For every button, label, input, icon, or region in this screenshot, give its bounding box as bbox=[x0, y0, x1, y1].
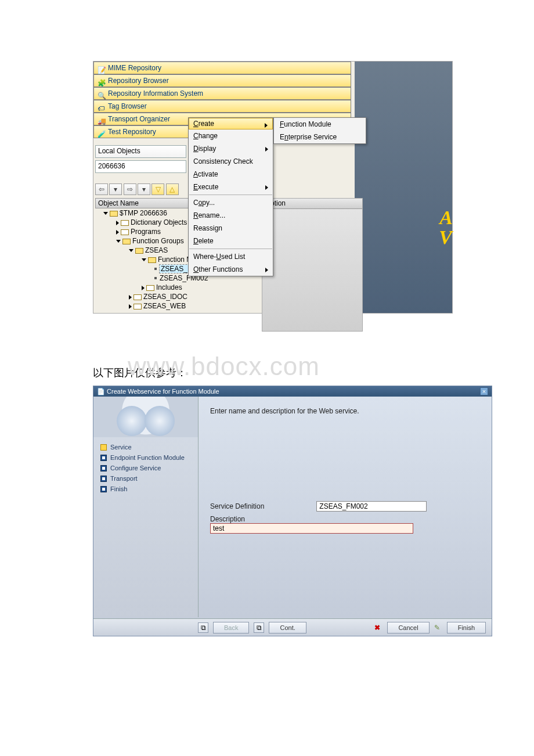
step-transport: Transport bbox=[97, 473, 194, 484]
wizard-title-text: Create Webservice for Function Module bbox=[107, 388, 219, 395]
tree-icon: 🧩 bbox=[98, 77, 106, 85]
input-service-definition[interactable]: ZSEAS_FM002 bbox=[316, 501, 427, 512]
cancel-button[interactable]: Cancel bbox=[387, 622, 429, 633]
close-icon[interactable]: × bbox=[480, 387, 488, 395]
truck-icon: 🚚 bbox=[98, 116, 106, 124]
step-service: Service bbox=[97, 442, 194, 452]
ctx-other-functions[interactable]: Other Functions bbox=[189, 263, 273, 276]
letter-a-decor: A bbox=[439, 207, 452, 229]
ctx-consistency[interactable]: Consistency Check bbox=[189, 155, 273, 168]
step-pending-icon bbox=[100, 486, 107, 492]
label-service-definition: Service Definition bbox=[210, 502, 315, 510]
step-active-icon bbox=[100, 444, 107, 451]
edit-icon: 📝 bbox=[98, 64, 106, 73]
step-finish: Finish bbox=[97, 484, 194, 494]
display-button[interactable]: ▽ bbox=[151, 183, 164, 195]
back-button[interactable]: Back bbox=[213, 622, 249, 633]
wizard-instruction: Enter name and description for the Web s… bbox=[210, 407, 480, 415]
ctx-activate[interactable]: Activate bbox=[189, 168, 273, 181]
prev-page-icon[interactable]: ⧉ bbox=[198, 622, 208, 633]
context-submenu-create: Function Module Enterprise Service bbox=[273, 117, 366, 144]
nav-tag-browser[interactable]: 🏷Tag Browser bbox=[93, 100, 351, 113]
fwd-button[interactable]: ⇨ bbox=[124, 183, 136, 195]
wizard-steps-panel: Service Endpoint Function Module Configu… bbox=[93, 397, 199, 617]
letter-v-decor: V bbox=[439, 226, 452, 249]
wizard-dialog: 📄 Create Webservice for Function Module … bbox=[93, 386, 492, 636]
sap-right-strip: A V bbox=[355, 62, 452, 313]
nav-mime-repository[interactable]: 📝MIME Repository bbox=[93, 62, 351, 74]
step-pending-icon bbox=[100, 455, 107, 461]
label-description: Description bbox=[210, 515, 315, 523]
tree-header-description: tription bbox=[262, 198, 363, 332]
ctx-rename[interactable]: Rename... bbox=[189, 209, 273, 222]
next-page-icon[interactable]: ⧉ bbox=[254, 622, 264, 633]
test-icon: 🧪 bbox=[98, 128, 106, 136]
ctx-create[interactable]: Create bbox=[189, 118, 273, 129]
back-hist-button[interactable]: ▾ bbox=[109, 183, 122, 195]
sub-enterprise-service[interactable]: Enterprise Service bbox=[274, 131, 366, 143]
cancel-icon: ✖ bbox=[374, 624, 383, 632]
ctx-execute[interactable]: Execute bbox=[189, 181, 273, 193]
nav-repository-info-system[interactable]: 🔍Repository Information System bbox=[93, 87, 351, 100]
step-pending-icon bbox=[100, 476, 107, 482]
nav-repository-browser[interactable]: 🧩Repository Browser bbox=[93, 74, 351, 87]
context-menu: Create Change Display Consistency Check … bbox=[188, 117, 273, 276]
ctx-change[interactable]: Change bbox=[189, 129, 273, 142]
object-type-dropdown[interactable]: Local Objects bbox=[95, 145, 186, 158]
object-name-input[interactable]: 2066636 bbox=[95, 160, 186, 173]
tag-icon: 🏷 bbox=[98, 103, 106, 111]
sub-function-module[interactable]: Function Module bbox=[274, 118, 366, 131]
caption: www.bdocx.com 以下图片仅供参考： bbox=[93, 366, 534, 380]
favorites-button[interactable]: △ bbox=[166, 183, 179, 195]
pencil-icon: ✎ bbox=[434, 624, 442, 632]
ctx-delete[interactable]: Delete bbox=[189, 235, 273, 247]
info-icon: 🔍 bbox=[98, 90, 106, 98]
input-description[interactable]: test bbox=[210, 523, 413, 534]
sap-repository-screenshot: A V 📝MIME Repository 🧩Repository Browser… bbox=[93, 61, 453, 314]
ctx-copy[interactable]: Copy... bbox=[189, 196, 273, 209]
ctx-display[interactable]: Display bbox=[189, 142, 273, 155]
step-endpoint: Endpoint Function Module bbox=[97, 452, 194, 463]
wizard-footer: ⧉ Back ⧉ Cont. ✖ Cancel ✎ Finish bbox=[93, 618, 492, 636]
ctx-reassign[interactable]: Reassign bbox=[189, 222, 273, 235]
fwd-hist-button[interactable]: ▾ bbox=[138, 183, 150, 195]
step-pending-icon bbox=[100, 465, 107, 471]
toolbar: ⇦ ▾ ⇨ ▾ ▽ △ bbox=[95, 183, 178, 195]
wizard-titlebar: 📄 Create Webservice for Function Module … bbox=[93, 386, 492, 397]
step-configure: Configure Service bbox=[97, 463, 194, 473]
wizard-content: Enter name and description for the Web s… bbox=[199, 397, 492, 617]
back-button[interactable]: ⇦ bbox=[95, 183, 108, 195]
wizard-banner-image bbox=[93, 397, 198, 437]
finish-button[interactable]: Finish bbox=[447, 622, 486, 633]
ctx-where-used[interactable]: Where-Used List bbox=[189, 250, 273, 263]
continue-button[interactable]: Cont. bbox=[269, 622, 306, 633]
